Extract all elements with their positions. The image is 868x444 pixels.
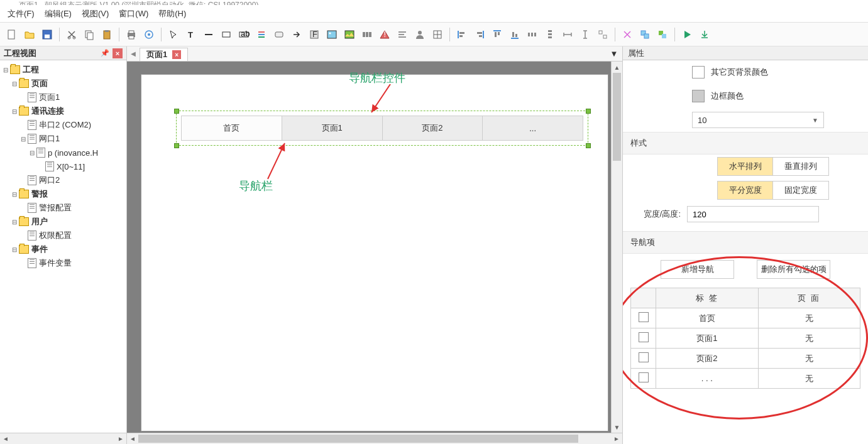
navbar-widget[interactable]: 首页 页面1 页面2 ...	[181, 116, 583, 141]
image-icon[interactable]	[324, 26, 340, 43]
paste-icon[interactable]	[99, 26, 115, 43]
tab-page1[interactable]: 页面1 ×	[140, 48, 188, 61]
menu-view[interactable]: 视图(V)	[82, 8, 109, 19]
tree-event-var[interactable]: 事件变量	[39, 257, 72, 269]
arrange-toggle[interactable]: 水平排列 垂直排列	[717, 157, 829, 176]
arrow-right-icon[interactable]	[288, 26, 305, 43]
menu-help[interactable]: 帮助(H)	[158, 8, 186, 19]
same-width-icon[interactable]	[559, 26, 576, 43]
svg-rect-6	[87, 33, 93, 40]
design-page[interactable]: 首页 页面1 页面2 ... 导航栏控件 导航栏	[141, 74, 608, 431]
table-row[interactable]: 页面2无	[631, 349, 860, 369]
grid-icon[interactable]	[429, 26, 446, 43]
align-left-icon[interactable]	[454, 26, 470, 43]
user-icon[interactable]	[412, 26, 428, 43]
pin-icon[interactable]: 📌	[100, 48, 110, 58]
align-right-icon[interactable]	[471, 26, 488, 43]
tree-comm[interactable]: 通讯连接	[31, 106, 64, 117]
print-icon[interactable]	[123, 26, 140, 43]
run-icon[interactable]	[679, 26, 695, 43]
svg-rect-40	[459, 32, 464, 34]
canvas-vscroll[interactable]: ▲▼	[611, 62, 622, 433]
same-height-icon[interactable]	[577, 26, 593, 43]
th-label: 标 签	[656, 288, 759, 308]
row-checkbox[interactable]	[639, 332, 649, 342]
tree-page1[interactable]: 页面1	[39, 92, 60, 103]
menu-edit[interactable]: 编辑(E)	[45, 8, 72, 19]
copy-icon[interactable]	[81, 26, 97, 43]
border-color-swatch[interactable]	[692, 90, 705, 102]
line-icon[interactable]	[201, 26, 217, 43]
picture-icon[interactable]	[341, 26, 358, 43]
h-arrange-button[interactable]: 水平排列	[718, 158, 773, 175]
copy-style-icon[interactable]	[654, 26, 671, 43]
fixed-width-button[interactable]: 固定宽度	[773, 181, 828, 199]
table-row[interactable]: . . .无	[631, 369, 860, 389]
svg-rect-11	[129, 36, 134, 39]
menu-window[interactable]: 窗口(W)	[119, 8, 148, 19]
group-icon[interactable]	[637, 26, 653, 43]
tab-close-icon[interactable]: ×	[172, 50, 181, 59]
tree-com2[interactable]: 串口2 (COM2)	[39, 119, 91, 131]
tab-dropdown-icon[interactable]: ▼	[606, 46, 622, 61]
dropdown-icon: ▼	[812, 117, 818, 124]
width-mode-toggle[interactable]: 平分宽度 固定宽度	[717, 181, 829, 200]
preview-icon[interactable]	[141, 26, 157, 43]
canvas-hscroll[interactable]: ◄►	[127, 433, 622, 444]
table-row[interactable]: 页面1无	[631, 328, 860, 349]
project-tree[interactable]: ⊟工程 ⊟页面 页面1 ⊟通讯连接 串口2 (COM2) ⊟网口1 ⊟p (in…	[0, 60, 126, 433]
pointer-icon[interactable]	[165, 26, 182, 43]
row-checkbox[interactable]	[639, 372, 649, 382]
wh-input[interactable]	[687, 206, 819, 222]
open-folder-icon[interactable]	[21, 26, 38, 43]
list-icon[interactable]	[253, 26, 270, 43]
other-page-bg-swatch[interactable]	[692, 66, 705, 79]
tree-pages[interactable]: 页面	[31, 78, 48, 89]
tree-root[interactable]: 工程	[23, 64, 39, 75]
border-width-select[interactable]: 10 ▼	[692, 112, 824, 128]
tree-alarm-cfg[interactable]: 警报配置	[39, 202, 72, 214]
rect-icon[interactable]	[218, 26, 234, 43]
alarm-icon[interactable]: !	[376, 26, 393, 43]
input-icon[interactable]: ab	[236, 26, 252, 43]
save-icon[interactable]	[39, 26, 55, 43]
delete-checked-button[interactable]: 删除所有勾选的项	[757, 260, 830, 279]
nav-cell-more[interactable]: ...	[483, 116, 583, 140]
cut-icon[interactable]	[63, 26, 80, 43]
tree-xvar[interactable]: X[0~11]	[57, 162, 85, 171]
function-icon[interactable]: F	[306, 26, 322, 43]
ungroup-icon[interactable]	[619, 26, 635, 43]
nav-cell-page1[interactable]: 页面1	[282, 116, 383, 140]
navbar-tool-icon[interactable]	[359, 26, 375, 43]
nav-cell-home[interactable]: 首页	[182, 116, 282, 140]
text-tool-icon[interactable]: T	[183, 26, 199, 43]
align-top-icon[interactable]	[489, 26, 505, 43]
align-icon[interactable]	[394, 26, 410, 43]
new-file-icon[interactable]	[4, 26, 20, 43]
nav-cell-page2[interactable]: 页面2	[383, 116, 483, 140]
tree-net1[interactable]: 网口1	[39, 133, 60, 144]
dist-h-icon[interactable]	[524, 26, 541, 43]
tree-net2[interactable]: 网口2	[39, 175, 60, 186]
same-size-icon[interactable]	[595, 26, 611, 43]
v-arrange-button[interactable]: 垂直排列	[773, 158, 828, 175]
tree-event[interactable]: 事件	[31, 244, 48, 255]
table-row[interactable]: 首页无	[631, 308, 860, 328]
download-icon[interactable]	[696, 26, 713, 43]
tree-perm-cfg[interactable]: 权限配置	[39, 230, 72, 241]
tree-user[interactable]: 用户	[31, 216, 48, 227]
row-checkbox[interactable]	[639, 352, 649, 362]
align-bottom-icon[interactable]	[507, 26, 523, 43]
tree-alarm[interactable]: 警报	[31, 188, 48, 200]
add-nav-button[interactable]: 新增导航	[661, 260, 734, 279]
dist-v-icon[interactable]	[542, 26, 558, 43]
menu-file[interactable]: 文件(F)	[8, 8, 35, 19]
tree-hscroll[interactable]: ◄►	[0, 433, 126, 444]
svg-rect-44	[479, 35, 482, 37]
close-panel-icon[interactable]: ×	[113, 48, 123, 58]
button-icon[interactable]	[271, 26, 287, 43]
even-width-button[interactable]: 平分宽度	[718, 181, 773, 199]
row-checkbox[interactable]	[639, 312, 649, 322]
tab-scroll-left-icon[interactable]: ◄	[127, 46, 140, 61]
tree-plc[interactable]: p (inovance.H	[48, 148, 98, 158]
